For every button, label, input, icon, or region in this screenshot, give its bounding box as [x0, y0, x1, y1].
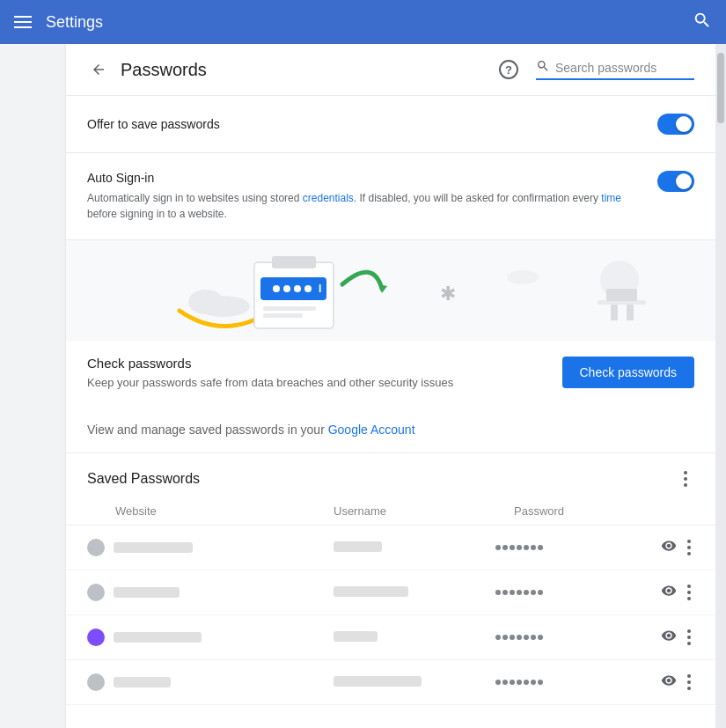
- more-icon[interactable]: [684, 581, 694, 604]
- offer-save-section: Offer to save passwords: [66, 96, 715, 153]
- favicon: [87, 629, 105, 646]
- eye-icon[interactable]: [657, 579, 680, 606]
- svg-point-20: [507, 270, 539, 284]
- menu-icon[interactable]: [14, 16, 32, 28]
- password-dots: [495, 635, 543, 640]
- svg-point-7: [283, 285, 290, 292]
- row-more-icon: [687, 629, 691, 645]
- table-row[interactable]: [66, 660, 715, 705]
- table-row[interactable]: [66, 526, 715, 570]
- password-dots: [495, 680, 543, 685]
- auto-signin-row: Auto Sign-in Automatically sign in to we…: [87, 171, 694, 222]
- topbar-left: Settings: [14, 13, 103, 32]
- row-actions: [657, 579, 694, 606]
- offer-save-label: Offer to save passwords: [87, 117, 220, 131]
- auto-signin-desc-p2: . If disabled, you will be asked for con…: [354, 192, 601, 204]
- svg-rect-4: [272, 256, 316, 268]
- password-cell: [495, 680, 657, 685]
- scrollbar[interactable]: [715, 44, 726, 728]
- username-cell: [334, 540, 495, 555]
- auto-signin-desc: Automatically sign in to websites using …: [87, 190, 643, 222]
- eye-icon[interactable]: [657, 624, 680, 651]
- saved-passwords-title: Saved Passwords: [87, 471, 200, 487]
- table-row[interactable]: [66, 615, 715, 660]
- three-dots-icon: [684, 471, 687, 487]
- more-icon[interactable]: [684, 626, 694, 649]
- site-cell: [87, 629, 334, 646]
- username-blurred: [334, 541, 382, 552]
- passwords-table: [66, 526, 715, 705]
- favicon: [87, 539, 105, 556]
- google-account-text-before: View and manage saved passwords in your: [87, 423, 328, 437]
- search-input[interactable]: [555, 61, 687, 75]
- row-more-icon: [687, 674, 691, 690]
- username-cell: [334, 585, 495, 600]
- username-cell: [334, 674, 495, 690]
- offer-save-toggle[interactable]: [657, 114, 694, 135]
- password-cell: [495, 545, 657, 550]
- username-blurred: [334, 631, 378, 642]
- svg-point-8: [294, 285, 301, 292]
- check-passwords-button[interactable]: Check passwords: [562, 357, 695, 388]
- site-cell: [87, 539, 334, 556]
- auto-signin-desc-p3: before signing in to a website.: [87, 208, 227, 220]
- svg-rect-12: [263, 313, 303, 318]
- username-column-header: Username: [334, 504, 514, 518]
- username-blurred: [334, 586, 408, 597]
- check-passwords-illustration: I ✱: [66, 240, 715, 342]
- auto-signin-desc-p1: Automatically sign in to websites using …: [87, 192, 303, 204]
- more-icon[interactable]: [684, 536, 694, 559]
- auto-signin-toggle-thumb: [676, 173, 692, 189]
- search-area: [536, 59, 694, 80]
- google-account-row: View and manage saved passwords in your …: [66, 407, 715, 453]
- svg-rect-11: [263, 306, 316, 311]
- topbar: Settings: [0, 0, 726, 44]
- eye-icon[interactable]: [657, 534, 680, 561]
- search-icon: [536, 59, 550, 77]
- toggle-thumb: [676, 116, 692, 132]
- site-name-blurred: [114, 677, 171, 688]
- google-account-link[interactable]: Google Account: [328, 423, 415, 437]
- more-icon[interactable]: [684, 671, 694, 694]
- eye-icon[interactable]: [657, 669, 680, 695]
- password-cell: [495, 590, 657, 595]
- table-row[interactable]: [66, 570, 715, 615]
- svg-point-6: [273, 285, 280, 292]
- auto-signin-title: Auto Sign-in: [87, 171, 643, 185]
- back-button[interactable]: [87, 58, 110, 81]
- topbar-search-icon[interactable]: [693, 11, 712, 34]
- svg-text:I: I: [319, 283, 321, 295]
- check-passwords-title: Check passwords: [87, 356, 548, 371]
- svg-rect-18: [627, 305, 634, 320]
- passwords-table-header: Website Username Password: [66, 497, 715, 526]
- content-area: Passwords ? Offer to save passwords: [0, 44, 726, 728]
- auto-signin-text: Auto Sign-in Automatically sign in to we…: [87, 171, 643, 222]
- time-link[interactable]: time: [601, 192, 621, 204]
- site-name-blurred: [114, 587, 180, 598]
- website-column-header: Website: [87, 504, 334, 518]
- auto-signin-section: Auto Sign-in Automatically sign in to we…: [66, 153, 715, 240]
- site-cell: [87, 584, 334, 601]
- credentials-link[interactable]: credentials: [303, 192, 354, 204]
- svg-rect-17: [611, 305, 618, 320]
- saved-passwords-more-button[interactable]: [677, 467, 694, 490]
- row-actions: [657, 534, 694, 561]
- check-passwords-content: Check passwords Keep your passwords safe…: [66, 342, 715, 407]
- offer-save-row: Offer to save passwords: [87, 114, 694, 135]
- svg-rect-16: [606, 289, 637, 301]
- row-actions: [657, 624, 694, 651]
- help-icon[interactable]: ?: [499, 60, 518, 79]
- svg-rect-5: [260, 277, 326, 300]
- saved-passwords-header: Saved Passwords: [66, 453, 715, 497]
- page-title: Passwords: [121, 60, 488, 80]
- help-label: ?: [505, 63, 512, 77]
- svg-text:✱: ✱: [440, 283, 456, 305]
- page-header: Passwords ?: [66, 44, 715, 96]
- username-cell: [334, 629, 495, 645]
- auto-signin-toggle[interactable]: [657, 171, 694, 192]
- favicon: [87, 673, 105, 691]
- site-name-blurred: [114, 542, 193, 553]
- password-dots: [495, 545, 543, 550]
- scrollbar-thumb[interactable]: [717, 53, 724, 123]
- row-actions: [657, 669, 694, 695]
